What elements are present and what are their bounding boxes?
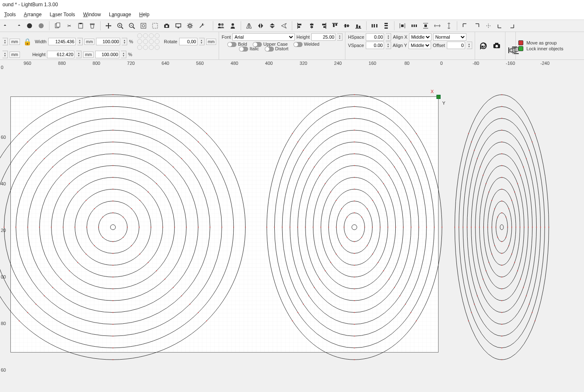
align-top-icon[interactable] [330,21,340,30]
artwork[interactable] [8,71,584,392]
font-select[interactable]: Arial [232,33,295,41]
paste-icon[interactable] [76,21,85,30]
undo-icon[interactable] [2,21,11,30]
rotate-spinner[interactable]: ▲▼ [199,38,205,45]
alignx-select[interactable]: Middle [409,33,431,41]
zoom-select-icon[interactable] [150,21,160,30]
svg-rect-293 [471,312,472,313]
center-icon[interactable] [484,21,493,30]
match-width-icon[interactable] [433,21,442,30]
circle-light-icon[interactable] [37,21,46,30]
mirror-h-icon[interactable] [256,21,265,30]
lock-icon[interactable]: 🔒 [23,38,32,46]
corner-tr-icon[interactable] [472,21,481,30]
font-height-input[interactable] [311,33,335,41]
svg-point-298 [463,118,541,336]
svg-rect-247 [330,262,331,263]
wrench-icon[interactable] [197,21,206,30]
space-v-icon[interactable] [421,21,430,30]
distort-toggle[interactable] [265,47,274,52]
zoom-in-icon[interactable] [116,21,125,30]
ypos-spinner[interactable]: ▲▼ [2,51,8,58]
svg-rect-211 [308,296,309,296]
svg-rect-260 [372,200,373,201]
xpos-spinner[interactable]: ▲▼ [2,38,8,45]
menu-help[interactable]: Help [136,11,153,18]
height-spinner[interactable]: ▲▼ [76,51,81,58]
distribute-h-icon[interactable] [370,21,379,30]
svg-rect-295 [471,141,472,142]
move-group-label[interactable]: Move as group [527,40,557,45]
textmode-select[interactable]: Normal [433,33,466,41]
svg-rect-62 [416,25,417,27]
svg-rect-284 [468,321,469,321]
aligny-select[interactable]: Middle [409,42,431,49]
flip-h-icon[interactable] [244,21,254,30]
menu-tools[interactable]: TToolsools [1,11,19,18]
align-hcenter-icon[interactable] [307,21,316,30]
menu-arrange[interactable]: Arrange [20,11,45,18]
svg-rect-259 [354,189,355,190]
space-equal-icon[interactable] [409,21,419,30]
person-icon[interactable] [228,21,237,30]
monitor-icon[interactable] [174,21,183,30]
height-pct-input[interactable] [95,51,119,58]
pan-icon[interactable] [104,21,113,30]
gear-icon[interactable] [185,21,195,30]
menu-language[interactable]: Language [106,11,134,18]
menu-window[interactable]: Window [80,11,104,18]
workspace[interactable]: X Y [8,71,584,392]
italic-toggle[interactable] [239,47,248,52]
lock-inner-label[interactable]: Lock inner objects [527,46,564,51]
svg-rect-187 [354,94,355,95]
corner-tl-icon[interactable] [461,21,470,30]
rotate-input[interactable] [179,38,197,45]
group-people-icon[interactable] [217,21,226,30]
cut-icon[interactable]: ✂ [64,21,74,30]
camera-output-icon[interactable] [491,40,503,52]
corner-br-icon[interactable] [507,21,516,30]
refresh-icon[interactable] [478,40,489,52]
zoom-out-icon[interactable] [127,21,136,30]
align-bottom-icon[interactable] [354,21,363,30]
match-height-icon[interactable] [444,21,453,30]
svg-rect-91 [198,312,199,313]
svg-rect-177 [113,212,113,213]
redo-icon[interactable] [13,21,22,30]
anchor-grid[interactable] [137,33,160,50]
width-pct-spinner[interactable]: ▲▼ [122,38,127,45]
circle-dark-icon[interactable] [25,21,34,30]
align-vcenter-icon[interactable] [342,21,351,30]
distribute-v-icon[interactable] [382,21,391,30]
menu-laser-tools[interactable]: Laser Tools [46,11,78,18]
offset-spinner[interactable]: ▲▼ [467,42,472,49]
space-h-icon[interactable] [398,21,407,30]
bold-toggle[interactable] [227,42,237,47]
vspace-input[interactable] [366,42,384,49]
send-icon[interactable] [279,21,288,30]
align-right-icon[interactable] [319,21,328,30]
font-height-spinner[interactable]: ▲▼ [337,33,343,41]
hspace-spinner[interactable]: ▲▼ [386,33,391,41]
corner-bl-icon[interactable] [495,21,505,30]
vspace-spinner[interactable]: ▲▼ [386,42,391,49]
welded-toggle[interactable] [293,42,303,47]
height-pct-spinner[interactable]: ▲▼ [121,51,126,58]
hspace-input[interactable] [366,33,384,41]
mirror-v-icon[interactable] [268,21,277,30]
width-spinner[interactable]: ▲▼ [77,38,83,45]
svg-rect-250 [354,177,355,178]
copy-icon[interactable] [53,21,62,30]
zoom-fit-icon[interactable] [139,21,148,30]
svg-rect-153 [150,227,151,228]
camera-icon[interactable] [162,21,171,30]
width-pct-input[interactable] [96,38,120,45]
offset-input[interactable] [447,42,465,49]
upper-toggle[interactable] [253,42,262,47]
svg-rect-132 [113,153,113,154]
align-left-icon[interactable] [296,21,305,30]
delete-icon[interactable] [88,21,97,30]
width-input[interactable] [48,38,76,45]
height-input[interactable] [47,51,74,58]
svg-rect-149 [77,192,78,192]
